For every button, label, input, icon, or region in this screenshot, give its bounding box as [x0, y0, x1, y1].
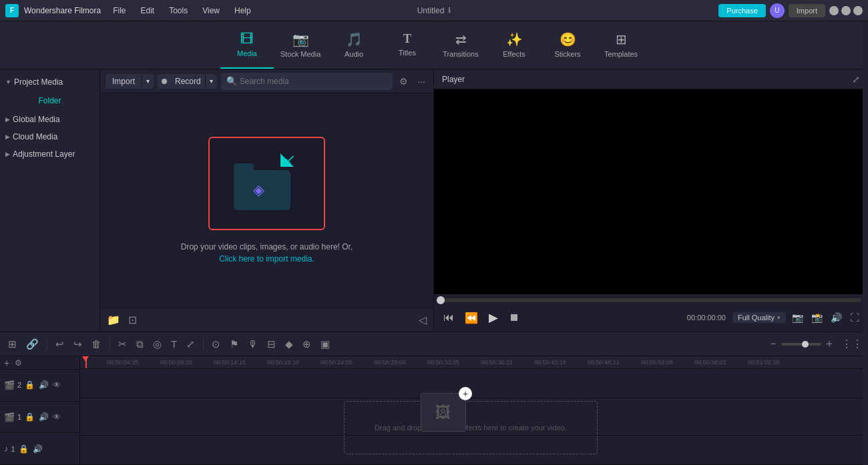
filter-icon[interactable]: ⚙ — [397, 73, 411, 89]
add-media-button[interactable]: + — [459, 387, 472, 400]
tl-voiceover-btn[interactable]: 🎙 — [245, 336, 260, 352]
tl-keyframe-btn[interactable]: ◆ — [282, 336, 296, 353]
ruler-mark-2: 00:00:09:20 — [150, 359, 203, 366]
transitions-icon: ⇄ — [455, 31, 467, 47]
ruler-mark-4: 00:00:19:10 — [256, 359, 310, 366]
close-button[interactable] — [853, 6, 863, 15]
media-content: ◈ ↙ Drop your video clips, images, or au… — [100, 93, 433, 308]
track-1-eye-btn[interactable]: 👁 — [52, 412, 61, 422]
folder-item[interactable]: Folder — [0, 91, 99, 111]
audio-1-lock-btn[interactable]: 🔒 — [18, 444, 29, 454]
record-dropdown-btn[interactable]: ▾ — [205, 75, 217, 87]
toolbar-item-media[interactable]: 🎞 Media — [220, 22, 274, 69]
timeline-drop-text: Drag and drop media and effects here to … — [375, 422, 567, 434]
track-2-audio-btn[interactable]: 🔊 — [38, 380, 49, 390]
tl-panel-btn[interactable]: ⊟ — [264, 336, 278, 353]
toolbar-label-titles: Titles — [399, 49, 416, 57]
track-settings-btn[interactable]: ⚙ — [13, 357, 23, 369]
tl-more-btn[interactable]: ⋮⋮ — [841, 338, 863, 350]
info-icon[interactable]: ℹ — [448, 6, 451, 15]
timeline-ruler[interactable]: 00:00:04:25 00:00:09:20 00:00:14:15 00:0… — [80, 356, 868, 369]
menu-tools[interactable]: Tools — [162, 3, 194, 18]
screenshot-button[interactable]: 📷 — [790, 310, 805, 325]
add-track-btn[interactable]: + — [3, 356, 11, 370]
step-back-button[interactable]: ⏮ — [441, 309, 457, 326]
fullscreen-button[interactable]: ⛶ — [848, 310, 861, 325]
project-media-header[interactable]: ▼ Project Media — [0, 73, 99, 91]
tl-link-btn[interactable]: 🔗 — [23, 336, 41, 353]
tl-split-btn[interactable]: ✂ — [116, 336, 130, 353]
import-main-btn[interactable]: Import — [105, 74, 142, 89]
tl-marker-btn[interactable]: ⚑ — [227, 336, 241, 353]
tl-screen-btn[interactable]: ▣ — [318, 336, 333, 353]
record-label[interactable]: Record — [171, 74, 205, 89]
volume-button[interactable]: 🔊 — [829, 310, 844, 325]
more-options-icon[interactable]: ··· — [415, 73, 428, 89]
media-drop-zone[interactable]: ◈ ↙ — [208, 137, 325, 230]
minimize-button[interactable] — [829, 6, 839, 15]
tl-adjust-btn[interactable]: ⤢ — [184, 336, 198, 353]
audio-1-vol-btn[interactable]: 🔊 — [32, 444, 43, 454]
track-2-eye-btn[interactable]: 👁 — [52, 380, 61, 390]
toolbar-item-audio[interactable]: 🎵 Audio — [327, 22, 381, 69]
tl-layout-btn[interactable]: ⊞ — [5, 336, 19, 353]
play-button[interactable]: ▶ — [486, 308, 501, 328]
tl-zoom-in-btn[interactable]: ＋ — [824, 337, 835, 351]
tl-text-btn[interactable]: T — [168, 336, 180, 352]
titlebar-center: Untitled ℹ — [417, 6, 451, 15]
adjustment-layer-header[interactable]: ▶ Adjustment Layer — [0, 145, 99, 163]
app-name: Wondershare Filmora — [24, 6, 101, 15]
global-media-header[interactable]: ▶ Global Media — [0, 111, 99, 128]
toolbar-item-effects[interactable]: ✨ Effects — [487, 22, 541, 69]
cloud-media-arrow: ▶ — [5, 133, 10, 140]
tl-zoom-slider[interactable] — [781, 343, 821, 346]
frame-back-button[interactable]: ⏪ — [462, 309, 481, 327]
toolbar-item-templates[interactable]: ⊞ Templates — [594, 22, 648, 69]
progress-thumb[interactable] — [437, 296, 445, 304]
player-screen[interactable] — [434, 89, 868, 294]
track-2-lock-btn[interactable]: 🔒 — [24, 380, 35, 390]
tl-redo-btn[interactable]: ↪ — [71, 336, 85, 353]
timeline-scrollbar[interactable] — [863, 356, 868, 465]
left-panel: ▼ Project Media Folder ▶ Global Media ▶ … — [0, 69, 100, 332]
stop-button[interactable]: ⏹ — [506, 309, 522, 326]
menu-view[interactable]: View — [196, 3, 226, 18]
toolbar-item-titles[interactable]: T Titles — [381, 22, 434, 69]
search-input[interactable] — [240, 77, 388, 86]
tl-crop-btn[interactable]: ⧉ — [134, 336, 146, 353]
import-dropdown-btn[interactable]: ▾ — [142, 75, 154, 87]
video-track-1-icon: 🎬 — [4, 412, 15, 422]
cloud-media-header[interactable]: ▶ Cloud Media — [0, 128, 99, 145]
collapse-panel-icon[interactable]: ◁ — [417, 312, 428, 328]
maximize-button[interactable] — [841, 6, 851, 15]
user-avatar[interactable]: U — [770, 3, 785, 18]
tl-zoom-out-btn[interactable]: － — [768, 337, 779, 351]
timeline-body: + ⚙ 🎬 2 🔒 🔊 👁 🎬 1 🔒 🔊 👁 ♪ — [0, 356, 868, 465]
new-folder-icon[interactable]: 📁 — [105, 312, 122, 328]
main-area: ▼ Project Media Folder ▶ Global Media ▶ … — [0, 69, 868, 332]
grid-view-icon[interactable]: ⊡ — [127, 312, 138, 328]
menu-edit[interactable]: Edit — [134, 3, 162, 18]
quality-selector[interactable]: Full Quality ▾ — [732, 312, 786, 323]
tl-mask-btn[interactable]: ◎ — [150, 336, 164, 353]
import-button[interactable]: Import — [789, 4, 825, 17]
tl-pip-btn[interactable]: ⊕ — [300, 336, 314, 353]
toolbar-item-stock[interactable]: 📷 Stock Media — [274, 22, 327, 69]
tl-snap-btn[interactable]: ⊙ — [209, 336, 223, 353]
tl-undo-btn[interactable]: ↩ — [53, 336, 67, 353]
import-link[interactable]: Click here to import media. — [219, 254, 314, 264]
timeline-drop-zone[interactable]: Drag and drop media and effects here to … — [344, 401, 598, 454]
timeline-media-thumbnail[interactable]: 🖼 + — [421, 393, 466, 432]
track-1-audio-btn[interactable]: 🔊 — [38, 412, 49, 422]
track-1-lock-btn[interactable]: 🔒 — [24, 412, 35, 422]
menu-help[interactable]: Help — [228, 3, 258, 18]
project-title: Untitled — [417, 6, 445, 15]
menu-file[interactable]: File — [106, 3, 132, 18]
toolbar-item-stickers[interactable]: 😊 Stickers — [541, 22, 594, 69]
toolbar-item-transitions[interactable]: ⇄ Transitions — [434, 22, 487, 69]
tl-delete-btn[interactable]: 🗑 — [89, 336, 104, 352]
player-expand-icon[interactable]: ⤢ — [852, 74, 860, 85]
snapshot-button[interactable]: 📸 — [809, 310, 825, 325]
progress-bar[interactable] — [441, 298, 861, 302]
purchase-button[interactable]: Purchase — [718, 4, 765, 17]
